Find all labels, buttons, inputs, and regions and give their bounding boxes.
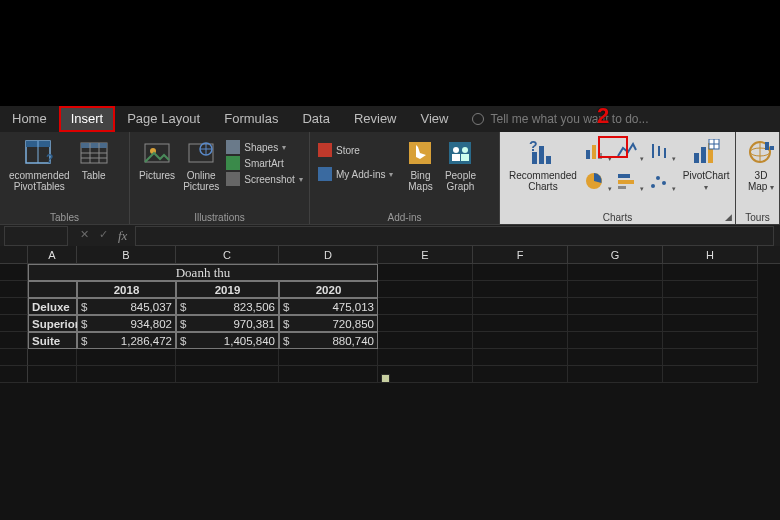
- cell[interactable]: [663, 349, 758, 366]
- cell-value[interactable]: $1,286,472: [77, 332, 176, 349]
- name-box[interactable]: [4, 226, 68, 246]
- recommended-charts-button[interactable]: ? RecommendedCharts: [506, 136, 580, 194]
- cell-value[interactable]: $1,405,840: [176, 332, 279, 349]
- cell[interactable]: [28, 366, 77, 383]
- col-header-G[interactable]: G: [568, 246, 663, 263]
- cell-series-name[interactable]: Superior: [28, 315, 77, 332]
- row-header[interactable]: [0, 349, 28, 366]
- cell[interactable]: [176, 349, 279, 366]
- bing-maps-button[interactable]: BingMaps: [401, 136, 439, 194]
- cell-value[interactable]: $970,381: [176, 315, 279, 332]
- shapes-button[interactable]: Shapes▾: [224, 139, 305, 155]
- cell[interactable]: [568, 298, 663, 315]
- row-header[interactable]: [0, 332, 28, 349]
- cell[interactable]: [279, 349, 378, 366]
- cell[interactable]: [568, 315, 663, 332]
- cell[interactable]: [176, 366, 279, 383]
- cancel-icon[interactable]: ✕: [80, 228, 89, 244]
- cell[interactable]: 2020: [279, 281, 378, 298]
- fx-icon[interactable]: fx: [118, 228, 127, 244]
- tab-insert[interactable]: Insert: [59, 106, 116, 132]
- col-header-D[interactable]: D: [279, 246, 378, 263]
- cell[interactable]: [473, 332, 568, 349]
- cell[interactable]: [28, 281, 77, 298]
- online-pictures-button[interactable]: OnlinePictures: [180, 136, 222, 194]
- cell[interactable]: [378, 264, 473, 281]
- cell[interactable]: [473, 264, 568, 281]
- cell[interactable]: [568, 281, 663, 298]
- smartart-button[interactable]: SmartArt: [224, 155, 305, 171]
- cell-title[interactable]: Doanh thu: [28, 264, 378, 281]
- select-all-corner[interactable]: [0, 246, 28, 263]
- col-header-C[interactable]: C: [176, 246, 279, 263]
- people-graph-button[interactable]: PeopleGraph: [441, 136, 479, 194]
- cell[interactable]: [473, 349, 568, 366]
- bar-chart-button[interactable]: ▾: [614, 170, 640, 192]
- row-header[interactable]: [0, 366, 28, 383]
- scatter-chart-button[interactable]: ▾: [646, 170, 672, 192]
- col-header-F[interactable]: F: [473, 246, 568, 263]
- tab-review[interactable]: Review: [342, 106, 409, 132]
- cell[interactable]: [473, 298, 568, 315]
- stock-chart-button[interactable]: ▾: [646, 140, 672, 162]
- cell[interactable]: [473, 281, 568, 298]
- cell[interactable]: [568, 366, 663, 383]
- cell[interactable]: [663, 366, 758, 383]
- tab-data[interactable]: Data: [290, 106, 341, 132]
- cell-series-name[interactable]: Suite: [28, 332, 77, 349]
- cell[interactable]: [568, 332, 663, 349]
- cell[interactable]: [77, 349, 176, 366]
- enter-icon[interactable]: ✓: [99, 228, 108, 244]
- cell[interactable]: [77, 366, 176, 383]
- cell[interactable]: [663, 264, 758, 281]
- cell[interactable]: [378, 349, 473, 366]
- row-header[interactable]: [0, 264, 28, 281]
- cell-value[interactable]: $720,850: [279, 315, 378, 332]
- cell[interactable]: [279, 366, 378, 383]
- formula-bar[interactable]: [135, 226, 774, 246]
- cell[interactable]: [473, 366, 568, 383]
- col-header-E[interactable]: E: [378, 246, 473, 263]
- cell[interactable]: [663, 332, 758, 349]
- cell[interactable]: [378, 315, 473, 332]
- 3d-map-button[interactable]: 3DMap ▾: [742, 136, 780, 195]
- tab-view[interactable]: View: [409, 106, 461, 132]
- cell[interactable]: [378, 298, 473, 315]
- col-header-B[interactable]: B: [77, 246, 176, 263]
- tab-formulas[interactable]: Formulas: [212, 106, 290, 132]
- cell[interactable]: [28, 349, 77, 366]
- table-button[interactable]: Table: [75, 136, 113, 183]
- row-header[interactable]: [0, 315, 28, 332]
- paste-options-icon[interactable]: [381, 374, 390, 383]
- cell[interactable]: [378, 366, 473, 383]
- cell-value[interactable]: $934,802: [77, 315, 176, 332]
- cell-value[interactable]: $823,506: [176, 298, 279, 315]
- col-header-A[interactable]: A: [28, 246, 77, 263]
- worksheet[interactable]: A B C D E F G H Doanh thu 2018 2019 2020: [0, 246, 780, 520]
- cell[interactable]: [663, 281, 758, 298]
- cell-series-name[interactable]: Deluxe: [28, 298, 77, 315]
- row-header[interactable]: [0, 281, 28, 298]
- col-header-H[interactable]: H: [663, 246, 758, 263]
- pie-chart-button[interactable]: ▾: [582, 170, 608, 192]
- tab-page-layout[interactable]: Page Layout: [115, 106, 212, 132]
- cell[interactable]: [473, 315, 568, 332]
- cell-value[interactable]: $475,013: [279, 298, 378, 315]
- charts-dialog-launcher[interactable]: ◢: [723, 212, 733, 222]
- tell-me-search[interactable]: Tell me what you want to do...: [460, 106, 780, 132]
- cell[interactable]: [378, 281, 473, 298]
- cell-value[interactable]: $845,037: [77, 298, 176, 315]
- store-button[interactable]: Store: [316, 142, 395, 158]
- cell[interactable]: 2018: [77, 281, 176, 298]
- cell[interactable]: [378, 332, 473, 349]
- cell[interactable]: [568, 349, 663, 366]
- row-header[interactable]: [0, 298, 28, 315]
- screenshot-button[interactable]: Screenshot▾: [224, 171, 305, 187]
- cell[interactable]: [568, 264, 663, 281]
- pivotchart-button[interactable]: PivotChart▾: [680, 136, 733, 195]
- cell[interactable]: [663, 315, 758, 332]
- my-addins-button[interactable]: My Add-ins▾: [316, 166, 395, 182]
- recommended-pivottables-button[interactable]: ? ecommendedPivotTables: [6, 136, 73, 194]
- cell-value[interactable]: $880,740: [279, 332, 378, 349]
- cell[interactable]: [663, 298, 758, 315]
